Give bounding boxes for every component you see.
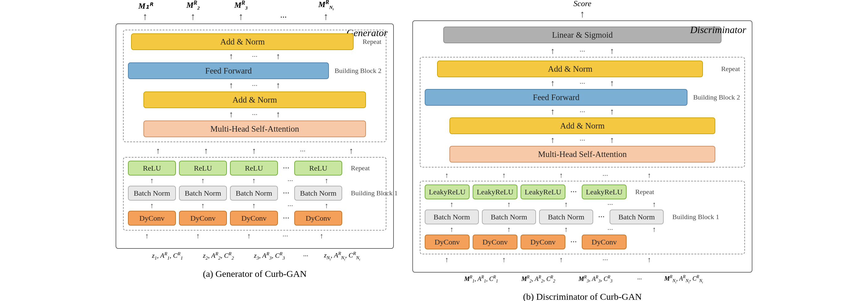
disc-bb1-label: Building Block 1 xyxy=(672,213,719,221)
out-arrow-nt: MRNt ↑ xyxy=(302,0,350,22)
gen-repeat-label: Repeat xyxy=(363,38,381,46)
out-arrow-up-2: ↑ xyxy=(191,11,196,22)
disc-multi-head: Multi-Head Self-Attention xyxy=(450,146,715,163)
gen-dots-dy: ··· xyxy=(281,201,300,210)
gen-arr-b1-1: ↑ xyxy=(156,146,160,156)
disc-arr-ls: ↑ xyxy=(551,46,555,56)
disc-add-norm-mid: Add & Norm xyxy=(450,118,715,134)
discriminator-diagram: Score ↑ Discriminator Linear & Sigmoid ↑… xyxy=(412,0,752,301)
generator-diagram: M₁ᴿ ↑ MR2 ↑ MR3 ↑ ··· MRNt ↑ Generator xyxy=(116,0,394,279)
gen-building-block-1: ReLU ReLU ReLU ··· ReLU Repeat ↑ ↑ ↑ ···… xyxy=(123,157,386,231)
gen-arr-mh2: ↑ xyxy=(276,109,280,119)
gen-in-label-3: z3, AR3, CR3 xyxy=(245,251,293,261)
disc-in-arr-3: ↑ xyxy=(534,256,588,264)
gen-caption: (a) Generator of Curb-GAN xyxy=(203,269,307,279)
gen-arr-bn3: ↑ xyxy=(230,176,278,185)
disc-dy-1: DyConv xyxy=(425,235,469,249)
gen-batchnorm-row: Batch Norm Batch Norm Batch Norm ··· Bat… xyxy=(128,186,381,201)
disc-dy-3: DyConv xyxy=(521,235,565,249)
out-label-1: M₁ᴿ xyxy=(138,1,152,11)
main-container: M₁ᴿ ↑ MR2 ↑ MR3 ↑ ··· MRNt ↑ Generator xyxy=(0,0,868,301)
disc-arr-dy3: ↑ xyxy=(539,225,593,234)
gen-arr-ff: ↑ xyxy=(229,51,234,61)
disc-bn-nt: Batch Norm xyxy=(610,209,664,224)
gen-input-labels: z1, AR1, CR1 z2, AR2, CR2 z3, AR3, CR3 ·… xyxy=(139,249,370,263)
disc-arr-b1-4: ↑ xyxy=(622,171,676,179)
disc-dy-nt: DyConv xyxy=(582,235,627,249)
disc-bn-3: Batch Norm xyxy=(539,209,593,224)
gen-bb2-label: Building Block 2 xyxy=(335,67,381,75)
disc-arr-dy-bn: ↑ ↑ ↑ ··· ↑ xyxy=(425,224,740,235)
out-arrow-up-1: ↑ xyxy=(143,11,148,22)
out-arrow-2: MR2 ↑ xyxy=(169,0,217,22)
disc-arr-mh2: ↑ xyxy=(610,135,614,145)
gen-bn-2: Batch Norm xyxy=(179,186,227,201)
disc-dots-mn2: ··· xyxy=(580,107,585,116)
gen-arr-ff2: ↑ xyxy=(276,51,280,61)
gen-relu-1: ReLU xyxy=(128,161,176,175)
disc-dots-bn-arr: ··· xyxy=(596,200,624,209)
disc-arr-b1-3: ↑ xyxy=(534,171,588,179)
gen-arr-dy4: ↑ xyxy=(303,201,350,210)
gen-bn-nt: Batch Norm xyxy=(294,186,342,201)
gen-dy-2: DyConv xyxy=(179,211,227,226)
gen-feed-forward: Feed Forward xyxy=(128,62,329,79)
disc-arr-bn-lrelu: ↑ ↑ ↑ ··· ↑ xyxy=(425,199,740,209)
out-arrow-up-nt: ↑ xyxy=(323,11,329,22)
gen-in-label-1: z1, AR1, CR1 xyxy=(144,251,191,261)
gen-in-arr-3: ↑ xyxy=(225,232,273,240)
out-arrow-up-3: ↑ xyxy=(239,11,244,22)
disc-repeat-label: Repeat xyxy=(721,65,740,73)
disc-input-labels: MR1, AR1, CR1 MR2, AR2, CR2 MR3, AR3, CR… xyxy=(450,273,715,286)
disc-dots-arr: ··· xyxy=(591,171,619,179)
gen-building-block-2: Add & Norm Repeat ↑ ··· ↑ Feed Forward B… xyxy=(123,30,386,142)
gen-in-dots: ··· xyxy=(276,232,294,240)
disc-dots-ff: ··· xyxy=(580,79,585,88)
out-arrow-dots: ··· xyxy=(265,4,302,22)
gen-bn-1: Batch Norm xyxy=(128,186,176,201)
discriminator-network-box: Discriminator Linear & Sigmoid ↑ ··· ↑ A… xyxy=(412,21,752,273)
disc-dots-bn: ··· xyxy=(596,212,607,222)
gen-dots-mn2: ··· xyxy=(252,81,257,90)
disc-dots-mh: ··· xyxy=(580,136,585,144)
disc-lrelu-3: LeakyReLU xyxy=(521,185,565,199)
gen-arr-b1-4: ↑ xyxy=(349,146,353,156)
gen-arr-b1-2: ↑ xyxy=(204,146,208,156)
disc-lrelu-2: LeakyReLU xyxy=(473,185,518,199)
disc-caption: (b) Discriminator of Curb-GAN xyxy=(523,292,642,301)
gen-in-arr-4: ↑ xyxy=(298,232,346,240)
disc-feed-forward: Feed Forward xyxy=(425,89,687,106)
gen-arr-mn2: ↑ xyxy=(229,80,234,90)
disc-batchnorm-row: Batch Norm Batch Norm Batch Norm ··· Bat… xyxy=(425,209,740,224)
disc-arr-bn2: ↑ xyxy=(482,200,536,209)
disc-in-arr-1: ↑ xyxy=(420,256,474,264)
gen-in-label-nt: zNt, ARNt, CRNt xyxy=(318,250,366,261)
disc-score-label: Score xyxy=(574,0,591,8)
gen-arr-bn-relu: ↑ ↑ ↑ ··· ↑ xyxy=(128,175,381,186)
gen-bb1-label: Building Block 1 xyxy=(351,189,398,197)
gen-arr-bn4: ↑ xyxy=(303,176,350,185)
gen-bn-3: Batch Norm xyxy=(230,186,278,201)
disc-in-label-2: MR2, AR2, CR2 xyxy=(511,275,565,284)
disc-arr-dy4: ↑ xyxy=(627,225,681,234)
disc-dots-lrelu: ··· xyxy=(568,187,579,197)
disc-lrelu-1: LeakyReLU xyxy=(425,185,469,199)
disc-arr-mn2: ↑ xyxy=(551,107,555,116)
gen-arr-bn2: ↑ xyxy=(179,176,227,185)
gen-arr-dy2: ↑ xyxy=(179,201,227,210)
disc-arr-ls2: ↑ xyxy=(610,46,614,56)
disc-in-arr-4: ↑ xyxy=(622,256,676,264)
gen-multi-head: Multi-Head Self-Attention xyxy=(144,121,366,137)
disc-arr-dy2: ↑ xyxy=(482,225,536,234)
disc-repeat-b1: Repeat xyxy=(635,188,654,196)
gen-arr-mn3: ↑ xyxy=(276,80,280,90)
out-label-3: MR3 xyxy=(234,0,248,11)
gen-relu-2: ReLU xyxy=(179,161,227,175)
disc-arr-b1-2: ↑ xyxy=(477,171,531,179)
dots-out: ··· xyxy=(280,12,287,22)
disc-arr-dy1: ↑ xyxy=(425,225,479,234)
gen-dots-mh: ··· xyxy=(252,110,257,119)
disc-lrelu-row: LeakyReLU LeakyReLU LeakyReLU ··· LeakyR… xyxy=(425,185,740,199)
gen-dy-nt: DyConv xyxy=(294,211,342,226)
gen-relu-nt: ReLU xyxy=(294,161,342,175)
